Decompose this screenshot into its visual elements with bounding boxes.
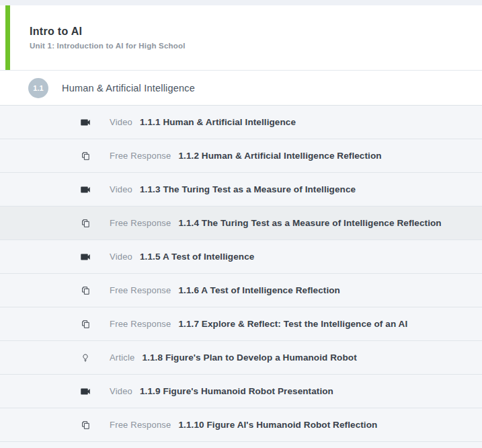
course-subtitle: Unit 1: Introduction to AI for High Scho… xyxy=(30,42,482,50)
copy-pages-icon xyxy=(79,419,91,431)
item-type-label: Free Response xyxy=(110,285,171,295)
item-title: 1.1.4 The Turing Test as a Measure of In… xyxy=(178,218,441,228)
section-number-badge: 1.1 xyxy=(28,78,48,98)
item-title: 1.1.6 A Test of Intelligence Reflection xyxy=(178,285,339,295)
item-type-label: Free Response xyxy=(110,420,171,430)
list-item[interactable]: Video 1.1.1 Human & Artificial Intellige… xyxy=(0,106,482,139)
section-header[interactable]: 1.1 Human & Artificial Intelligence xyxy=(0,70,482,106)
list-item[interactable]: Free Response 1.1.10 Figure AI's Humanoi… xyxy=(0,408,482,442)
course-accent-bar xyxy=(5,5,10,70)
item-type-label: Free Response xyxy=(110,218,171,228)
item-type-label: Video xyxy=(110,252,132,262)
section-title: Human & Artificial Intelligence xyxy=(62,83,195,94)
video-camera-icon xyxy=(79,251,91,263)
list-item[interactable]: Video 1.1.9 Figure's Humanoid Robot Pres… xyxy=(0,375,482,408)
item-title: 1.1.1 Human & Artificial Intelligence xyxy=(140,117,296,127)
item-type-label: Video xyxy=(110,184,132,194)
list-item[interactable]: Free Response 1.1.4 The Turing Test as a… xyxy=(0,207,482,240)
item-title: 1.1.2 Human & Artificial Intelligence Re… xyxy=(178,151,381,161)
next-row-partial xyxy=(0,442,482,448)
list-item[interactable]: Article 1.1.8 Figure's Plan to Develop a… xyxy=(0,341,482,375)
item-type-label: Free Response xyxy=(110,319,171,329)
course-title: Intro to AI xyxy=(30,26,482,38)
item-title: 1.1.5 A Test of Intelligence xyxy=(140,252,254,262)
copy-pages-icon xyxy=(79,217,91,229)
item-title: 1.1.10 Figure AI's Humanoid Robot Reflec… xyxy=(178,420,377,430)
video-camera-icon xyxy=(79,385,91,398)
top-strip xyxy=(0,0,482,5)
video-camera-icon xyxy=(79,184,91,196)
copy-pages-icon xyxy=(79,318,91,330)
list-item[interactable]: Free Response 1.1.2 Human & Artificial I… xyxy=(0,139,482,173)
item-title: 1.1.7 Explore & Reflect: Test the Intell… xyxy=(178,319,407,329)
item-title: 1.1.3 The Turing Test as a Measure of In… xyxy=(140,184,356,194)
lesson-item-list: Video 1.1.1 Human & Artificial Intellige… xyxy=(0,106,482,448)
item-type-label: Video xyxy=(110,117,132,127)
item-title: 1.1.8 Figure's Plan to Develop a Humanoi… xyxy=(143,352,357,363)
copy-pages-icon xyxy=(79,150,91,162)
item-type-label: Video xyxy=(110,386,132,396)
list-item[interactable]: Free Response 1.1.7 Explore & Reflect: T… xyxy=(0,307,482,341)
item-title: 1.1.9 Figure's Humanoid Robot Presentati… xyxy=(140,386,333,396)
list-item[interactable]: Video 1.1.5 A Test of Intelligence xyxy=(0,240,482,274)
item-type-label: Article xyxy=(110,352,135,363)
course-header: Intro to AI Unit 1: Introduction to AI f… xyxy=(0,5,482,70)
list-item[interactable]: Video 1.1.3 The Turing Test as a Measure… xyxy=(0,173,482,207)
video-camera-icon xyxy=(79,116,91,128)
lightbulb-icon xyxy=(79,352,91,364)
copy-pages-icon xyxy=(79,285,91,297)
list-item[interactable]: Free Response 1.1.6 A Test of Intelligen… xyxy=(0,274,482,307)
item-type-label: Free Response xyxy=(110,151,171,161)
